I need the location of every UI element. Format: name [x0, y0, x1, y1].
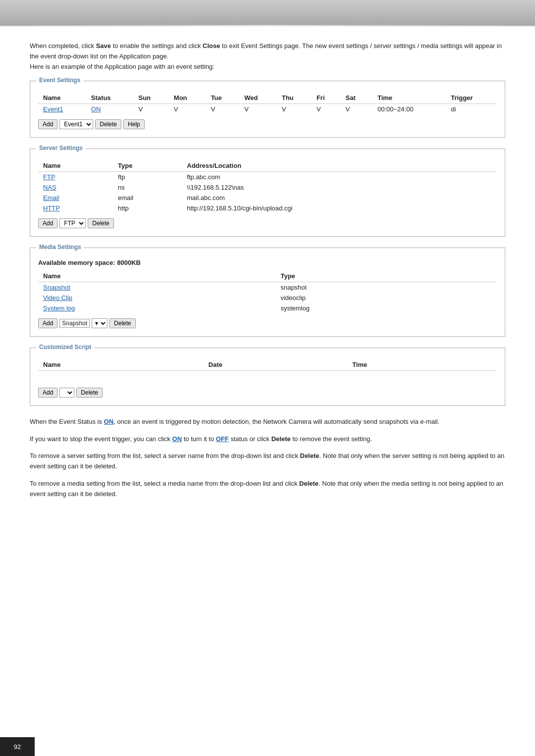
- server-col-name: Name: [38, 160, 113, 172]
- script-col-date: Date: [204, 359, 347, 371]
- customized-script-title: Customized Script: [36, 344, 94, 351]
- page-number: 92: [14, 743, 21, 751]
- bottom-on-link-1[interactable]: ON: [104, 418, 114, 425]
- event-settings-panel: Event Settings Name Status Sun Mon Tue W…: [30, 81, 505, 138]
- event-fri: V: [312, 104, 341, 115]
- event-settings-title: Event Settings: [36, 77, 83, 84]
- event-row: Event1 ON V V V V V V V 00:00~24:00 di: [38, 104, 497, 115]
- server-email-type: email: [113, 193, 182, 203]
- media-snapshot-link[interactable]: Snapshot: [43, 284, 70, 291]
- event-trigger: di: [446, 104, 497, 115]
- col-mon: Mon: [169, 92, 206, 104]
- server-row-http: HTTP http http://192.168.5.10/cgi-bin/up…: [38, 203, 497, 213]
- event-delete-button[interactable]: Delete: [95, 119, 121, 129]
- event-help-button[interactable]: Help: [123, 119, 145, 129]
- script-select[interactable]: [59, 388, 74, 398]
- bottom-on-link-2[interactable]: ON: [172, 435, 182, 443]
- bottom-p4: To remove a media setting from the list,…: [30, 479, 505, 500]
- col-name: Name: [38, 92, 86, 104]
- media-videoclip-type: videoclip: [275, 293, 497, 303]
- server-row-nas: NAS ns \\192.168.5.122\nas: [38, 182, 497, 193]
- event-status-link[interactable]: ON: [91, 105, 101, 113]
- server-settings-table: Name Type Address/Location FTP ftp ftp.a…: [38, 160, 497, 213]
- media-col-name: Name: [38, 270, 275, 282]
- server-ftp-link[interactable]: FTP: [43, 173, 55, 181]
- event-tue: V: [206, 104, 240, 115]
- bottom-p2: If you want to stop the event trigger, y…: [30, 434, 505, 445]
- col-status: Status: [86, 92, 134, 104]
- col-time: Time: [373, 92, 446, 104]
- server-nas-type: ns: [113, 182, 182, 193]
- event-name-link[interactable]: Event1: [43, 105, 63, 113]
- event-add-button[interactable]: Add: [38, 119, 57, 129]
- col-tue: Tue: [206, 92, 240, 104]
- customized-script-table: Name Date Time: [38, 359, 497, 383]
- event-mon: V: [169, 104, 206, 115]
- server-row-email: Email email mail.abc.com: [38, 193, 497, 203]
- server-email-address: mail.abc.com: [182, 193, 497, 203]
- script-empty-row: [38, 371, 497, 383]
- server-row-ftp: FTP ftp ftp.abc.com: [38, 172, 497, 183]
- server-settings-title: Server Settings: [36, 145, 86, 151]
- bottom-text: When the Event Status is ON, once an eve…: [30, 417, 505, 500]
- media-select[interactable]: ▾: [92, 318, 107, 328]
- media-videoclip-link[interactable]: Video Clip: [43, 294, 72, 302]
- media-add-button[interactable]: Add: [38, 318, 57, 328]
- col-wed: Wed: [239, 92, 277, 104]
- media-row-snapshot: Snapshot snapshot: [38, 282, 497, 293]
- server-select[interactable]: FTP: [59, 218, 86, 228]
- bottom-p3: To remove a server setting from the list…: [30, 451, 505, 472]
- media-row-videoclip: Video Clip videoclip: [38, 293, 497, 303]
- server-col-type: Type: [113, 160, 182, 172]
- event-select[interactable]: Event1: [59, 119, 93, 129]
- bottom-p1: When the Event Status is ON, once an eve…: [30, 417, 505, 427]
- server-nas-address: \\192.168.5.122\nas: [182, 182, 497, 193]
- media-delete-button[interactable]: Delete: [109, 318, 136, 328]
- server-add-button[interactable]: Add: [38, 218, 57, 228]
- server-col-address: Address/Location: [182, 160, 497, 172]
- server-ftp-address: ftp.abc.com: [182, 172, 497, 183]
- media-settings-panel: Media Settings Available memory space: 8…: [30, 248, 505, 337]
- page-number-box: 92: [0, 737, 35, 756]
- col-fri: Fri: [312, 92, 341, 104]
- bottom-off-link[interactable]: OFF: [216, 435, 229, 443]
- media-row-systemlog: System log systemlog: [38, 303, 497, 313]
- server-email-link[interactable]: Email: [43, 194, 59, 202]
- script-col-time: Time: [347, 359, 497, 371]
- col-sun: Sun: [133, 92, 168, 104]
- col-thu: Thu: [277, 92, 312, 104]
- event-thu: V: [277, 104, 312, 115]
- media-snapshot-type: snapshot: [275, 282, 497, 293]
- server-http-type: http: [113, 203, 182, 213]
- script-delete-button[interactable]: Delete: [76, 388, 103, 398]
- event-wed: V: [239, 104, 277, 115]
- media-systemlog-link[interactable]: System log: [43, 304, 75, 312]
- col-trigger: Trigger: [446, 92, 497, 104]
- event-settings-table: Name Status Sun Mon Tue Wed Thu Fri Sat …: [38, 92, 497, 114]
- event-sun: V: [133, 104, 168, 115]
- script-add-button[interactable]: Add: [38, 388, 57, 398]
- top-bar: [0, 0, 535, 25]
- server-http-address: http://192.168.5.10/cgi-bin/upload.cgi: [182, 203, 497, 213]
- intro-paragraph: When completed, click Save to enable the…: [30, 41, 505, 72]
- available-memory: Available memory space: 8000KB: [38, 259, 497, 266]
- media-systemlog-type: systemlog: [275, 303, 497, 313]
- server-http-link[interactable]: HTTP: [43, 204, 60, 212]
- media-settings-title: Media Settings: [36, 244, 84, 251]
- server-nas-link[interactable]: NAS: [43, 184, 56, 191]
- event-time: 00:00~24:00: [373, 104, 446, 115]
- media-col-type: Type: [275, 270, 497, 282]
- customized-script-panel: Customized Script Name Date Time: [30, 348, 505, 406]
- media-select-value: Snapshot: [59, 319, 90, 328]
- server-delete-button[interactable]: Delete: [88, 218, 114, 228]
- event-sat: V: [341, 104, 373, 115]
- script-col-name: Name: [38, 359, 204, 371]
- server-settings-panel: Server Settings Name Type Address/Locati…: [30, 149, 505, 237]
- col-sat: Sat: [341, 92, 373, 104]
- media-settings-table: Name Type Snapshot snapshot Video Clip v…: [38, 270, 497, 313]
- server-ftp-type: ftp: [113, 172, 182, 183]
